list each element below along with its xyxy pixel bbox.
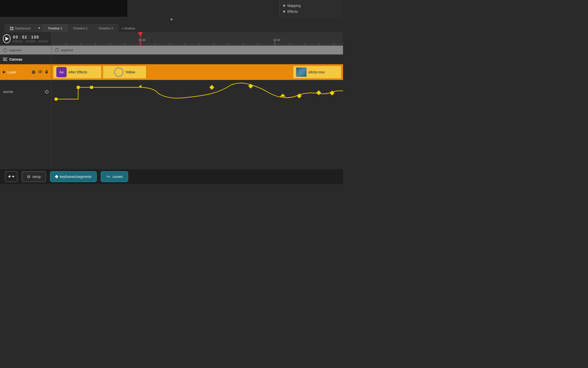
layers-icon [3,58,7,61]
svg-rect-27 [55,98,58,101]
svg-text:02:00: 02:00 [273,39,280,41]
keyframe-area [51,80,343,103]
add-timeline-label: + timeline [122,26,135,30]
setup-gear-icon: ⚙ [27,174,30,179]
scroll-dot [171,18,172,20]
effects-item[interactable]: Effects [283,10,339,13]
play-button[interactable] [3,34,11,43]
add-layer-button[interactable]: + [5,171,18,182]
canvas-header: Canvas [0,54,51,64]
timecode-minutes: 52 [22,35,27,39]
yellow-circle-icon [114,67,123,77]
play-icon [5,37,9,41]
ae-icon: Ae [56,67,67,77]
tab-timeline3[interactable]: Timeline 3 [93,24,118,32]
layer-clips-row: Ae After Effects Yellow ellctor.mov [51,64,343,80]
clip-yellow[interactable]: Yellow [103,66,146,78]
mapping-expand-icon [283,4,285,7]
canvas-label: Canvas [9,57,22,61]
layer-lock-icon[interactable] [45,70,48,75]
dashboard-grid-icon [10,27,13,30]
tab-dashboard-label: Dashboard [15,26,31,30]
curves-button[interactable]: curves [101,171,128,182]
svg-marker-29 [209,85,214,90]
transport-row: 00 : 52 : 100 |||||||||||| |||||||||||| … [0,32,51,46]
svg-rect-2 [46,71,48,73]
svg-text:01:00: 01:00 [139,39,146,41]
clip-after-effects[interactable]: Ae After Effects [53,66,101,78]
segment-track-icon [54,48,59,52]
layer-name: Layer [7,70,29,74]
right-panel: Mapping Effects [279,0,343,17]
tab-dropdown-btn[interactable] [36,24,42,32]
ae-clip-label: After Effects [69,70,87,74]
keyframes-button[interactable]: keyframes/segments [50,171,97,182]
dropdown-arrow-icon [38,27,40,29]
curves-wave-icon [106,175,110,179]
layer-row-left: Layer ⊕ [0,64,51,80]
tab-timeline2-label: Timeline 2 [73,26,87,30]
segment-track-label: segment [61,48,73,52]
time-ruler: 01:00 02:00 [51,32,343,46]
opacity-row-left: opacity [0,80,51,103]
timecode-sep1: : [19,35,21,39]
segment-icon [3,48,7,52]
layer-expand-icon [3,71,5,74]
add-icon: + [8,174,11,179]
timecode-sub-marks: |||||||||||| |||||||||||| |||||||||||| [13,40,48,42]
tabs-row: Dashboard Timeline 1 Timeline 2 Timeline… [0,23,343,32]
timecode-frames: 100 [31,35,39,39]
timecode-sep2: : [28,35,30,39]
timeline-container: 00 : 52 : 100 |||||||||||| |||||||||||| … [0,32,343,169]
timecode-hours: 00 [13,35,18,39]
setup-label: setup [32,175,41,179]
segment-label-row: segment [0,46,51,54]
preview-area [0,0,127,17]
canvas-header-right [51,54,343,64]
playhead-line [140,32,141,46]
mov-clip-label: ellctor.mov [308,70,325,74]
opacity-keyframe-diamond[interactable] [45,90,49,94]
add-dropdown-icon [12,176,14,178]
svg-marker-33 [316,90,321,95]
add-timeline-btn[interactable]: + timeline [119,24,138,32]
mapping-item[interactable]: Mapping [283,4,339,8]
svg-rect-26 [90,86,93,89]
layer-visibility-icon[interactable] [38,70,42,74]
curves-label: curves [112,175,122,179]
keyframes-label: keyframes/segments [60,175,91,179]
svg-marker-34 [330,91,334,95]
ruler-ticks-svg: 01:00 02:00 [51,32,343,46]
setup-button[interactable]: ⚙ setup [22,171,46,182]
mov-thumbnail [296,67,306,77]
segment-text: segment [9,48,22,52]
tab-timeline3-label: Timeline 3 [98,26,113,30]
opacity-label: opacity [3,90,13,93]
bottom-toolbar: + ⚙ setup keyframes/segments curves [0,169,343,184]
svg-marker-31 [280,94,286,97]
timecode-display: 00 : 52 : 100 [13,35,48,39]
svg-point-1 [39,71,41,72]
clip-mov[interactable]: ellctor.mov [293,66,341,78]
yellow-clip-label: Yellow [125,70,135,74]
tab-timeline1[interactable]: Timeline 1 [43,24,67,32]
tab-dashboard[interactable]: Dashboard [5,24,36,32]
keyframe-curve-svg [51,80,343,103]
tab-timeline2[interactable]: Timeline 2 [68,24,93,32]
effects-label: Effects [287,10,298,13]
tab-timeline1-label: Timeline 1 [48,26,62,30]
keyframes-diamond-icon [55,175,58,178]
segment-track: segment [51,46,343,54]
effects-expand-icon [283,10,285,13]
timeline-right-panel: 01:00 02:00 [51,32,343,169]
layer-add-icon[interactable]: ⊕ [31,70,36,74]
timeline-left-panel: 00 : 52 : 100 |||||||||||| |||||||||||| … [0,32,51,169]
svg-rect-25 [77,86,80,89]
layer-icons: ⊕ [31,70,48,75]
mapping-label: Mapping [287,4,301,8]
